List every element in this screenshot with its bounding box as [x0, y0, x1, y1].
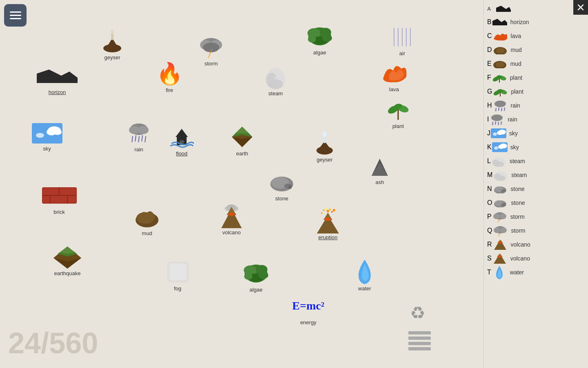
elem-air[interactable]: air	[384, 25, 421, 56]
sidebar-item-lava[interactable]: C lava	[484, 29, 573, 43]
elem-eruption[interactable]: eruption	[310, 209, 346, 240]
svg-point-158	[498, 256, 502, 258]
sidebar-icon-lava	[492, 30, 508, 42]
svg-line-40	[135, 135, 136, 141]
sidebar-label-volcano: volcano	[511, 241, 530, 248]
sidebar-item-rain2[interactable]: I rain	[484, 112, 573, 126]
svg-point-16	[322, 34, 332, 42]
sidebar-item-sky[interactable]: J sky	[484, 126, 573, 140]
elem-fire[interactable]: 🔥 fire	[151, 61, 188, 93]
sidebar-item-horizon[interactable]: B horizon	[484, 15, 573, 29]
sidebar-label-plant: plant	[510, 74, 522, 81]
sidebar-item-mud[interactable]: D mud	[484, 43, 573, 57]
sidebar-item-sky2[interactable]: K sky	[484, 140, 573, 154]
elem-algae2[interactable]: algae	[238, 261, 274, 293]
elem-algae1[interactable]: algae	[301, 24, 338, 56]
elem-energy[interactable]: E=mc² energy	[286, 294, 331, 325]
elem-recycle[interactable]: ♻	[399, 301, 436, 326]
sidebar-icon-plant2	[492, 85, 508, 98]
elem-icon: 🔥	[155, 61, 184, 86]
elem-sky[interactable]: sky	[29, 122, 65, 152]
svg-point-95	[244, 273, 252, 280]
elem-earth[interactable]: earth	[224, 125, 261, 157]
sidebar-icon-a	[495, 4, 512, 14]
sidebar-icon-water	[491, 266, 508, 278]
svg-point-75	[327, 210, 329, 212]
svg-point-26	[268, 79, 283, 89]
elem-icon	[380, 61, 408, 85]
sidebar-item-volcano2[interactable]: S volcano	[484, 251, 573, 265]
sidebar-item-plant[interactable]: F plant	[484, 71, 573, 85]
elem-earthquake[interactable]: earthquake	[45, 245, 90, 276]
elem-storm[interactable]: storm	[193, 35, 229, 67]
svg-point-129	[498, 145, 504, 149]
elem-ash[interactable]: ash	[361, 153, 398, 185]
sidebar-item-water[interactable]: T water	[484, 265, 573, 279]
sidebar-icon-stone2	[492, 197, 508, 209]
sidebar-item-storm2[interactable]: Q storm	[484, 224, 573, 238]
sidebar-item-steam[interactable]: L steam	[484, 154, 573, 168]
sidebar-icon-volcano	[492, 238, 508, 251]
svg-point-118	[491, 114, 503, 121]
elem-geyser2[interactable]: geyser	[306, 131, 343, 163]
elem-label: fog	[174, 285, 181, 292]
elem-label: air	[399, 50, 405, 56]
svg-line-41	[138, 136, 139, 142]
sidebar-item-plant2[interactable]: G plant	[484, 85, 573, 99]
elem-plant[interactable]: plant	[380, 97, 416, 129]
svg-point-125	[497, 131, 503, 135]
elem-icon	[384, 97, 412, 122]
sidebar-item-stone2[interactable]: O stone	[484, 196, 573, 210]
elem-label: geyser	[104, 54, 120, 61]
svg-marker-156	[494, 257, 506, 264]
svg-marker-82	[317, 220, 339, 233]
svg-line-122	[501, 121, 501, 125]
elem-flood[interactable]: flood	[163, 125, 200, 157]
sidebar-icon-sky2	[492, 141, 508, 153]
elem-label: storm	[205, 61, 218, 67]
sidebar-item-volcano[interactable]: R volcano	[484, 238, 573, 251]
svg-point-150	[494, 227, 500, 233]
svg-point-76	[323, 209, 325, 211]
sidebar-icon-storm2	[492, 224, 508, 237]
close-button[interactable]	[573, 0, 588, 15]
elem-icon	[37, 63, 78, 88]
elem-steam[interactable]: steam	[257, 65, 294, 96]
elem-icon	[267, 170, 296, 194]
sidebar-icon-rain2	[489, 113, 505, 126]
elem-geyser[interactable]: geyser	[94, 29, 131, 61]
elem-rain[interactable]: rain	[120, 121, 157, 153]
svg-line-119	[492, 122, 493, 125]
sidebar-label-water: water	[510, 269, 524, 276]
svg-rect-90	[169, 264, 187, 280]
sidebar-item-storm[interactable]: P storm	[484, 210, 573, 224]
menu-button[interactable]	[4, 4, 27, 27]
elem-volcano[interactable]: volcano	[213, 204, 250, 236]
elem-water[interactable]: water	[346, 260, 383, 292]
sidebar-item-a[interactable]: A	[484, 2, 573, 15]
svg-point-151	[500, 227, 507, 233]
svg-rect-99	[408, 342, 431, 345]
sidebar-item-rain[interactable]: H rain	[484, 99, 573, 112]
sidebar-item-steam2[interactable]: M steam	[484, 168, 573, 182]
elem-stone[interactable]: stone	[263, 170, 300, 202]
sidebar-item-mud2[interactable]: E mud	[484, 57, 573, 71]
elem-mud[interactable]: mud	[129, 204, 165, 236]
svg-marker-72	[221, 215, 242, 228]
svg-line-116	[501, 108, 502, 111]
elem-label: plant	[392, 123, 404, 129]
menu-line	[10, 11, 21, 13]
elem-brick[interactable]: brick	[37, 183, 82, 215]
elem-lava[interactable]: lava	[376, 61, 412, 92]
elem-label: energy	[300, 319, 316, 325]
elem-icon	[167, 125, 196, 149]
svg-point-77	[331, 211, 333, 213]
svg-line-115	[499, 108, 499, 111]
elem-label: earth	[236, 150, 248, 157]
svg-point-147	[500, 213, 506, 219]
sidebar-item-stone[interactable]: N stone	[484, 182, 573, 196]
elem-horizon[interactable]: horizon	[33, 63, 82, 95]
svg-line-43	[145, 136, 146, 142]
elem-fog[interactable]: fog	[159, 260, 196, 292]
svg-point-126	[493, 132, 497, 136]
